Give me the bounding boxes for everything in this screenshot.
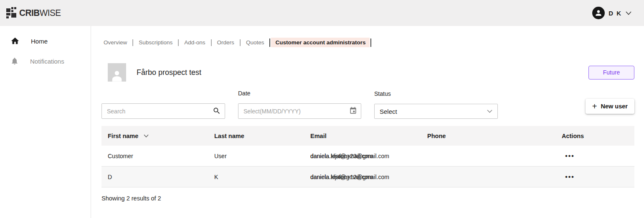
company-avatar — [108, 63, 126, 82]
row-actions-button[interactable]: ••• — [565, 173, 583, 181]
sidebar-item-label: Home — [31, 38, 48, 45]
new-user-button-label: New user — [601, 103, 628, 110]
tab-divider — [269, 38, 270, 47]
tab-subscriptions[interactable]: Subscriptions — [133, 38, 178, 47]
more-horizontal-icon: ••• — [565, 152, 574, 160]
cell-first-name: Customer — [108, 153, 214, 159]
column-header-phone: Phone — [427, 133, 562, 139]
search-input[interactable] — [101, 103, 225, 119]
tab-quotes[interactable]: Quotes — [241, 38, 270, 47]
tab-divider — [370, 38, 371, 47]
status-select[interactable]: Select — [374, 104, 498, 119]
administrators-table: First name Last name Email Phone Actions… — [101, 126, 634, 187]
future-button[interactable]: Future — [588, 66, 634, 80]
person-icon — [111, 70, 123, 82]
column-header-email: Email — [310, 133, 427, 139]
date-label: Date — [238, 90, 361, 97]
sidebar: Home Notifications — [0, 26, 91, 218]
bell-icon — [10, 57, 19, 65]
cell-email: daniela.kljakic+23@gmail.com daniela.tes… — [310, 153, 427, 159]
cell-last-name: User — [214, 153, 310, 159]
more-horizontal-icon: ••• — [565, 173, 574, 181]
home-icon — [10, 36, 20, 46]
page-title: Fårbo prospect test — [137, 68, 201, 77]
cell-first-name: D — [108, 174, 214, 180]
sidebar-item-label: Notifications — [30, 58, 64, 65]
sort-chevron-icon — [144, 134, 149, 138]
plus-icon: + — [592, 102, 597, 110]
email-text-layer: daniela.test@gmail.com — [310, 153, 373, 159]
date-input[interactable] — [238, 103, 361, 119]
search-field — [101, 103, 225, 119]
email-text-layer: daniela.test@gmail.com — [310, 174, 373, 180]
tab-add-ons[interactable]: Add-ons — [179, 38, 210, 47]
cribwise-logo-icon — [6, 7, 16, 19]
cell-last-name: K — [214, 174, 310, 180]
user-menu[interactable]: D K — [592, 7, 631, 19]
cribwise-logo[interactable]: CRIBWISE — [6, 7, 63, 19]
status-field: Status Select — [374, 90, 498, 119]
user-initials: D K — [609, 10, 622, 17]
column-header-last-name: Last name — [214, 133, 310, 139]
status-select-value: Select — [380, 108, 397, 115]
tab-customer-account-administrators[interactable]: Customer account administrators — [271, 38, 370, 47]
user-avatar-icon — [592, 7, 605, 19]
results-count: Showing 2 results of 2 — [101, 195, 634, 202]
tab-bar: Overview Subscriptions Add-ons Orders Qu… — [101, 38, 634, 47]
cell-email: daniela.kljakic+12@gmail.com daniela.tes… — [310, 174, 427, 180]
date-field: Date — [238, 90, 361, 119]
filter-bar: Date Status Select + New user — [101, 90, 634, 119]
topbar: CRIBWISE D K — [0, 0, 644, 26]
search-icon[interactable] — [213, 107, 221, 117]
table-header-row: First name Last name Email Phone Actions — [101, 126, 634, 146]
column-header-actions: Actions — [562, 133, 634, 139]
calendar-icon[interactable] — [349, 107, 357, 116]
logo-text: CRIBWISE — [19, 8, 61, 18]
sidebar-item-notifications[interactable]: Notifications — [0, 51, 91, 71]
new-user-button[interactable]: + New user — [586, 99, 634, 114]
sidebar-item-home[interactable]: Home — [0, 31, 91, 51]
chevron-down-icon — [487, 110, 492, 113]
page-header: Fårbo prospect test Future — [101, 63, 634, 82]
table-row: Customer User daniela.kljakic+23@gmail.c… — [101, 146, 634, 167]
table-row: D K daniela.kljakic+12@gmail.com daniela… — [101, 167, 634, 187]
main-content: Overview Subscriptions Add-ons Orders Qu… — [91, 26, 644, 218]
tab-orders[interactable]: Orders — [212, 38, 240, 47]
row-actions-button[interactable]: ••• — [565, 152, 583, 160]
tab-overview[interactable]: Overview — [101, 38, 132, 47]
chevron-down-icon — [626, 11, 631, 15]
status-label: Status — [374, 90, 498, 97]
column-header-first-name[interactable]: First name — [108, 133, 214, 139]
